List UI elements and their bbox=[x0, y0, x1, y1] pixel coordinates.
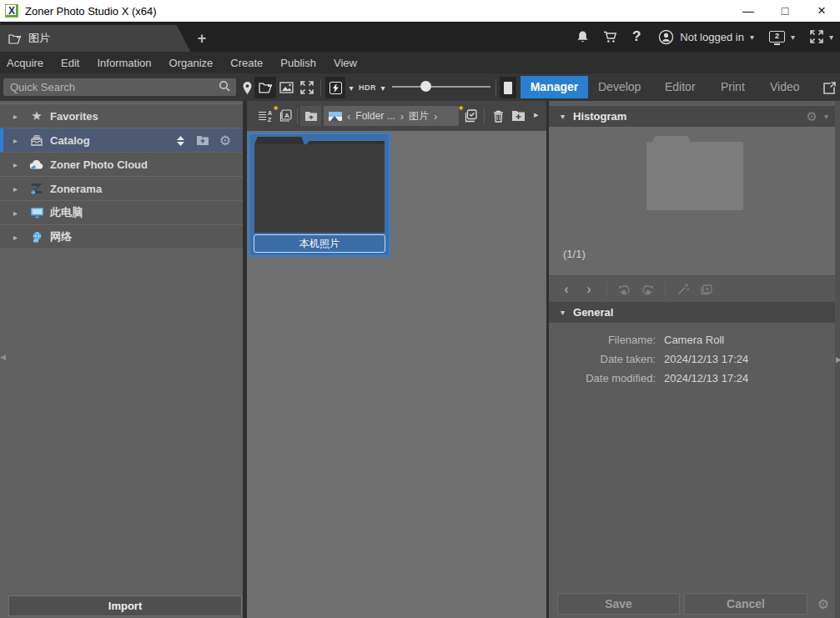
field-row-date-modified: Date modified: 2024/12/13 17:24 bbox=[549, 369, 840, 388]
delete-button[interactable] bbox=[489, 105, 507, 127]
fullscreen-view-button[interactable] bbox=[297, 77, 317, 98]
folder-tile[interactable]: 本机照片 bbox=[249, 133, 390, 257]
sidebar-item-zoner-photo-cloud[interactable]: ▸ Zoner Photo Cloud bbox=[0, 153, 243, 177]
close-button[interactable]: × bbox=[803, 0, 840, 22]
new-tab-button[interactable]: + bbox=[192, 28, 212, 48]
panel-actions: Save Cancel ⚙ bbox=[549, 593, 840, 615]
slider-knob[interactable] bbox=[420, 81, 431, 92]
chevron-right-icon[interactable]: ▸ bbox=[13, 112, 23, 121]
menu-item-view[interactable]: View bbox=[334, 57, 357, 69]
tab-label: 图片 bbox=[28, 31, 50, 46]
menu-item-information[interactable]: Information bbox=[97, 57, 151, 69]
trash-icon bbox=[493, 110, 504, 123]
store-cart-button[interactable] bbox=[601, 28, 620, 46]
flash-auto-button[interactable] bbox=[325, 77, 345, 98]
sidebar-item-network[interactable]: ▸ 网络 bbox=[0, 225, 243, 249]
minimize-button[interactable]: — bbox=[730, 0, 767, 22]
new-catalog-folder-button[interactable] bbox=[196, 135, 209, 146]
sidebar-item-label: Catalog bbox=[50, 134, 90, 147]
sidebar-item-catalog[interactable]: ▸ Catalog ⚙ bbox=[0, 128, 243, 153]
menu-item-organize[interactable]: Organize bbox=[169, 57, 214, 69]
panel-settings-button[interactable]: ⚙ bbox=[817, 596, 829, 612]
module-tab-develop[interactable]: Develop bbox=[598, 76, 641, 98]
menu-item-acquire[interactable]: Acquire bbox=[7, 57, 43, 69]
chevron-right-icon[interactable]: ▸ bbox=[13, 160, 23, 169]
chevron-right-icon[interactable]: ▸ bbox=[13, 209, 23, 218]
panel-collapse-handle[interactable]: ▶ bbox=[836, 355, 840, 364]
gps-button[interactable] bbox=[239, 77, 254, 98]
histogram-dropdown[interactable]: ▾ bbox=[824, 112, 828, 121]
catalog-settings-button[interactable]: ⚙ bbox=[219, 133, 231, 148]
sidebar: ▸ ★ Favorites ▸ Catalog bbox=[0, 101, 243, 618]
hdr-dropdown[interactable]: ▾ bbox=[377, 77, 389, 98]
maximize-button[interactable]: □ bbox=[767, 0, 803, 22]
histogram-settings-button[interactable]: ⚙ bbox=[807, 109, 817, 124]
hdr-dropdown-label[interactable]: HDR bbox=[359, 83, 376, 92]
menu-item-edit[interactable]: Edit bbox=[61, 57, 79, 69]
star-icon: ★ bbox=[28, 108, 45, 123]
tab-pictures[interactable]: 图片 bbox=[0, 25, 190, 52]
previous-button[interactable]: ‹ bbox=[559, 281, 574, 298]
menu-item-create[interactable]: Create bbox=[230, 57, 263, 69]
svg-text:A: A bbox=[268, 110, 272, 116]
chevron-right-icon[interactable]: ▸ bbox=[13, 136, 23, 145]
folder-tile-label: 本机照片 bbox=[254, 234, 385, 253]
module-tab-video[interactable]: Video bbox=[770, 76, 800, 98]
help-button[interactable]: ? bbox=[630, 28, 643, 45]
folder-plus-icon bbox=[196, 135, 209, 146]
preview-image-button[interactable] bbox=[276, 77, 296, 98]
new-folder-button[interactable] bbox=[508, 105, 528, 127]
display-menu[interactable]: 2 ▾ bbox=[769, 31, 795, 43]
add-copies-button[interactable] bbox=[698, 281, 713, 298]
notifications-button[interactable] bbox=[573, 28, 591, 46]
preview-pane-toggle-button[interactable] bbox=[500, 77, 516, 98]
breadcrumb-current[interactable]: 图片 bbox=[409, 109, 429, 123]
sidebar-collapse-handle[interactable]: ◀ bbox=[0, 353, 6, 361]
sidebar-item-this-pc[interactable]: ▸ 此电脑 bbox=[0, 201, 243, 225]
sidebar-item-label: 此电脑 bbox=[50, 205, 83, 220]
more-tools-button[interactable]: ▸ bbox=[534, 109, 539, 120]
next-button[interactable]: › bbox=[581, 281, 596, 298]
sidebar-item-favorites[interactable]: ▸ ★ Favorites bbox=[0, 104, 243, 128]
breadcrumb-parent[interactable]: Folder ... bbox=[355, 110, 395, 122]
module-tab-editor[interactable]: Editor bbox=[665, 76, 696, 98]
sort-order-button[interactable]: AZ bbox=[255, 105, 274, 127]
chevron-down-icon: ▾ bbox=[750, 33, 754, 42]
breadcrumb-separator[interactable]: › bbox=[434, 110, 437, 123]
sort-button[interactable] bbox=[175, 135, 186, 147]
module-tab-print[interactable]: Print bbox=[721, 76, 745, 98]
module-tab-manager[interactable]: Manager bbox=[521, 76, 588, 98]
auto-enhance-button[interactable] bbox=[676, 281, 691, 298]
histogram-header[interactable]: ▾ Histogram ⚙ ▾ bbox=[549, 106, 840, 127]
account-menu[interactable]: Not logged in ▾ bbox=[658, 29, 754, 45]
metadata-fields: Filename: Camera Roll Date taken: 2024/1… bbox=[549, 323, 840, 388]
general-header[interactable]: ▾ General bbox=[549, 302, 840, 323]
flash-dropdown[interactable]: ▾ bbox=[345, 77, 357, 98]
breadcrumb-separator[interactable]: › bbox=[400, 110, 404, 123]
parent-folder-button[interactable] bbox=[300, 106, 321, 126]
chevron-right-icon[interactable]: ▸ bbox=[13, 184, 23, 193]
fullscreen-icon bbox=[810, 30, 823, 43]
undock-button[interactable] bbox=[821, 77, 837, 98]
rotate-left-button[interactable] bbox=[617, 281, 632, 298]
sidebar-item-zonerama[interactable]: ▸ Zonerama bbox=[0, 177, 243, 201]
thumbnail-size-slider[interactable] bbox=[392, 86, 490, 88]
batch-rename-button[interactable]: A ★ bbox=[275, 105, 295, 127]
save-button[interactable]: Save bbox=[557, 593, 680, 615]
panel-collapse-strip[interactable]: ▶ bbox=[835, 101, 840, 618]
quick-select-button[interactable]: ★ bbox=[460, 105, 480, 127]
cancel-button[interactable]: Cancel bbox=[684, 593, 807, 615]
fullscreen-menu[interactable]: ▾ bbox=[810, 30, 833, 43]
general-title: General bbox=[573, 306, 613, 319]
chevron-right-icon[interactable]: ▸ bbox=[13, 233, 23, 242]
breadcrumb-back[interactable]: ‹ bbox=[347, 110, 350, 123]
chevron-down-icon: ▾ bbox=[561, 112, 565, 121]
window-title: Zoner Photo Studio X (x64) bbox=[25, 5, 157, 18]
select-check-icon bbox=[464, 109, 477, 123]
magic-wand-icon bbox=[677, 283, 690, 295]
browse-folder-button[interactable] bbox=[254, 77, 276, 98]
rotate-right-button[interactable] bbox=[640, 281, 655, 298]
quick-search-input[interactable] bbox=[3, 78, 236, 96]
import-button[interactable]: Import bbox=[8, 595, 242, 616]
menu-item-publish[interactable]: Publish bbox=[280, 57, 316, 69]
